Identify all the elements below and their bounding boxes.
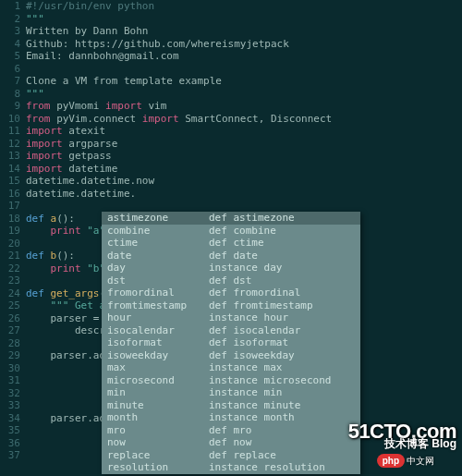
completion-word: microsecond	[107, 374, 209, 387]
completion-kind: instance minute	[209, 399, 355, 412]
line-number: 6	[0, 63, 20, 76]
line-number: 16	[0, 188, 20, 201]
code-line[interactable]: import getpass	[26, 150, 462, 163]
line-number: 9	[0, 100, 20, 113]
completion-word: dst	[107, 275, 209, 287]
line-number: 8	[0, 88, 20, 101]
completion-kind: instance day	[209, 262, 355, 275]
code-line[interactable]: import datetime	[26, 163, 462, 176]
completion-word: date	[107, 250, 209, 262]
code-line[interactable]: Written by Dann Bohn	[26, 25, 462, 38]
completion-item[interactable]: fromtimestampdef fromtimestamp	[102, 299, 360, 312]
completion-word: minute	[107, 399, 209, 412]
line-number: 12	[0, 138, 20, 151]
completion-item[interactable]: dstdef dst	[102, 275, 360, 287]
completion-item[interactable]: fromordinaldef fromordinal	[102, 287, 360, 299]
code-line[interactable]: Clone a VM from template example	[26, 75, 462, 88]
completion-item[interactable]: microsecondinstance microsecond	[102, 374, 360, 387]
completion-kind: instance resolution	[209, 461, 355, 474]
code-line[interactable]: import atexit	[26, 125, 462, 138]
completion-kind: instance month	[209, 411, 355, 424]
completion-popup[interactable]: astimezonedef astimezonecombinedef combi…	[102, 212, 360, 474]
completion-item[interactable]: dayinstance day	[102, 262, 360, 275]
line-number: 37	[0, 449, 20, 462]
line-number: 26	[0, 312, 20, 325]
completion-item[interactable]: mrodef mro	[102, 424, 360, 437]
code-line[interactable]	[26, 63, 462, 76]
completion-item[interactable]: replacedef replace	[102, 449, 360, 462]
completion-kind: def fromordinal	[209, 287, 355, 299]
code-line[interactable]: Github: https://github.com/whereismyjetp…	[26, 38, 462, 51]
line-number: 25	[0, 299, 20, 312]
completion-item[interactable]: maxinstance max	[102, 361, 360, 374]
line-number: 17	[0, 200, 20, 213]
line-number: 2	[0, 13, 20, 26]
code-line[interactable]: datetime.datetime.	[26, 188, 462, 201]
line-number: 32	[0, 387, 20, 400]
line-number: 35	[0, 424, 20, 437]
line-number: 36	[0, 437, 20, 450]
completion-kind: def ctime	[209, 237, 355, 250]
completion-kind: instance min	[209, 386, 355, 399]
code-line[interactable]: """	[26, 13, 462, 26]
completion-word: max	[107, 361, 209, 374]
code-line[interactable]: datetime.datetime.now	[26, 175, 462, 188]
line-number: 31	[0, 374, 20, 387]
line-number: 14	[0, 163, 20, 176]
completion-word: astimezone	[107, 212, 209, 225]
completion-item[interactable]: mininstance min	[102, 386, 360, 399]
completion-kind: instance microsecond	[209, 374, 355, 387]
completion-kind: def fromtimestamp	[209, 299, 355, 312]
code-line[interactable]: Email: dannbohn@gmail.com	[26, 50, 462, 63]
completion-kind: def astimezone	[209, 212, 355, 225]
completion-item[interactable]: resolutioninstance resolution	[102, 461, 360, 474]
completion-item[interactable]: isoweekdaydef isoweekday	[102, 349, 360, 362]
code-line[interactable]: from pyVmomi import vim	[26, 100, 462, 113]
line-number: 7	[0, 75, 20, 88]
code-line[interactable]	[26, 200, 462, 213]
completion-kind: def combine	[209, 225, 355, 238]
line-number: 33	[0, 399, 20, 412]
completion-item[interactable]: astimezonedef astimezone	[102, 212, 360, 225]
completion-word: month	[107, 411, 209, 424]
line-number: 28	[0, 337, 20, 350]
completion-kind: def mro	[209, 424, 355, 437]
completion-item[interactable]: combinedef combine	[102, 225, 360, 238]
line-number: 20	[0, 238, 20, 250]
line-number-gutter: 1234567891011121314151617181920212223242…	[0, 0, 26, 476]
completion-item[interactable]: datedef date	[102, 250, 360, 262]
line-number: 27	[0, 324, 20, 337]
code-line[interactable]: from pyVim.connect import SmartConnect, …	[26, 113, 462, 126]
line-number: 11	[0, 125, 20, 138]
completion-item[interactable]: hourinstance hour	[102, 311, 360, 324]
line-number: 21	[0, 250, 20, 262]
completion-kind: def isocalendar	[209, 324, 355, 337]
line-number: 19	[0, 225, 20, 238]
code-line[interactable]: #!/usr/bin/env python	[26, 0, 462, 13]
completion-word: mro	[107, 424, 209, 437]
completion-item[interactable]: isocalendardef isocalendar	[102, 324, 360, 337]
completion-kind: instance hour	[209, 311, 355, 324]
completion-word: replace	[107, 449, 209, 462]
completion-word: now	[107, 436, 209, 449]
completion-word: fromtimestamp	[107, 299, 209, 312]
completion-item[interactable]: ctimedef ctime	[102, 237, 360, 250]
code-line[interactable]: import argparse	[26, 138, 462, 151]
completion-word: isocalendar	[107, 324, 209, 337]
completion-item[interactable]: minuteinstance minute	[102, 399, 360, 412]
code-editor[interactable]: 1234567891011121314151617181920212223242…	[0, 0, 462, 476]
line-number: 30	[0, 362, 20, 375]
completion-word: isoformat	[107, 336, 209, 349]
completion-word: resolution	[107, 461, 209, 474]
line-number: 24	[0, 287, 20, 300]
line-number: 10	[0, 113, 20, 126]
completion-item[interactable]: monthinstance month	[102, 411, 360, 424]
line-number: 22	[0, 262, 20, 275]
completion-word: isoweekday	[107, 349, 209, 362]
line-number: 4	[0, 38, 20, 51]
completion-item[interactable]: nowdef now	[102, 436, 360, 449]
completion-item[interactable]: isoformatdef isoformat	[102, 336, 360, 349]
code-line[interactable]: """	[26, 88, 462, 101]
completion-kind: def date	[209, 250, 355, 262]
completion-kind: instance max	[209, 361, 355, 374]
